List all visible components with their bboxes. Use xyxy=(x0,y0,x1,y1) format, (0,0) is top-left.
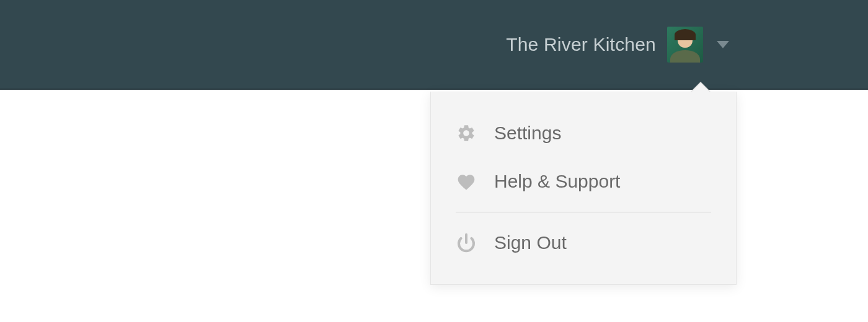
account-dropdown: Settings Help & Support Sign Out xyxy=(430,92,737,285)
chevron-down-icon xyxy=(717,41,729,48)
menu-item-settings[interactable]: Settings xyxy=(431,109,736,157)
menu-item-label: Settings xyxy=(494,123,561,144)
menu-divider xyxy=(456,212,711,212)
gear-icon xyxy=(456,123,477,144)
account-name: The River Kitchen xyxy=(506,34,656,55)
power-icon xyxy=(456,232,477,253)
avatar xyxy=(667,27,703,63)
app-header: The River Kitchen xyxy=(0,0,868,90)
menu-item-label: Sign Out xyxy=(494,232,567,253)
menu-item-help[interactable]: Help & Support xyxy=(431,157,736,206)
dropdown-arrow xyxy=(691,83,710,92)
heart-icon xyxy=(456,171,477,192)
account-menu-trigger[interactable]: The River Kitchen xyxy=(506,27,729,63)
menu-item-signout[interactable]: Sign Out xyxy=(431,219,736,267)
menu-item-label: Help & Support xyxy=(494,171,620,192)
svg-marker-0 xyxy=(717,41,729,48)
